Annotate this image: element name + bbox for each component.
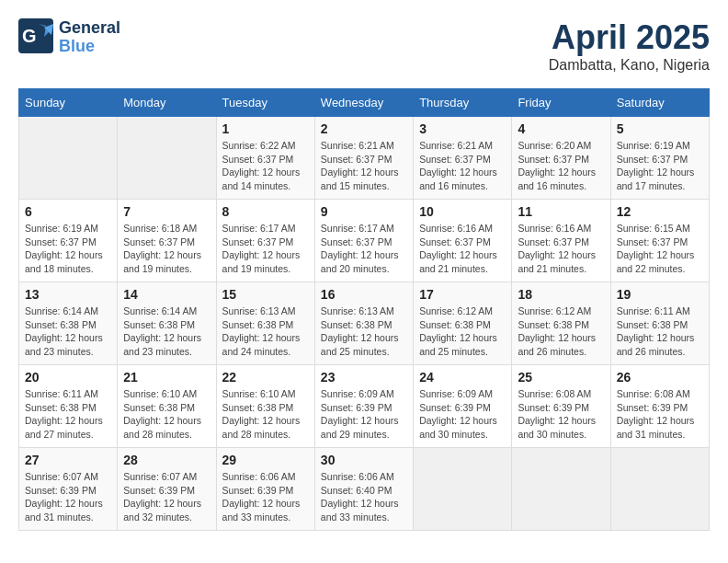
- day-number: 26: [617, 370, 703, 385]
- day-number: 2: [321, 121, 407, 136]
- day-info: Sunrise: 6:10 AMSunset: 6:38 PMDaylight:…: [222, 387, 309, 442]
- day-number: 21: [123, 370, 210, 385]
- calendar-cell: 2Sunrise: 6:21 AMSunset: 6:37 PMDaylight…: [314, 117, 413, 200]
- day-info: Sunrise: 6:06 AMSunset: 6:39 PMDaylight:…: [222, 470, 309, 524]
- day-info: Sunrise: 6:11 AMSunset: 6:38 PMDaylight:…: [25, 387, 111, 442]
- day-info: Sunrise: 6:13 AMSunset: 6:38 PMDaylight:…: [222, 304, 309, 359]
- day-info: Sunrise: 6:21 AMSunset: 6:37 PMDaylight:…: [321, 139, 407, 193]
- day-info: Sunrise: 6:11 AMSunset: 6:38 PMDaylight:…: [617, 304, 703, 359]
- month-year-title: April 2025: [549, 18, 710, 57]
- day-number: 17: [419, 287, 506, 302]
- calendar-cell: [512, 448, 610, 531]
- calendar-week-row: 27Sunrise: 6:07 AMSunset: 6:39 PMDayligh…: [19, 448, 710, 531]
- location-label: Dambatta, Kano, Nigeria: [549, 57, 710, 74]
- logo-line1: General: [59, 19, 120, 38]
- day-info: Sunrise: 6:06 AMSunset: 6:40 PMDaylight:…: [321, 470, 407, 524]
- calendar-cell: [19, 117, 118, 200]
- day-info: Sunrise: 6:15 AMSunset: 6:37 PMDaylight:…: [617, 222, 703, 276]
- logo-line2: Blue: [59, 38, 120, 56]
- calendar-cell: 18Sunrise: 6:12 AMSunset: 6:38 PMDayligh…: [512, 282, 610, 365]
- day-number: 29: [222, 453, 309, 467]
- day-number: 14: [123, 287, 210, 302]
- day-number: 30: [321, 453, 407, 467]
- calendar-cell: [414, 448, 512, 531]
- day-info: Sunrise: 6:08 AMSunset: 6:39 PMDaylight:…: [617, 387, 703, 442]
- day-info: Sunrise: 6:22 AMSunset: 6:37 PMDaylight:…: [222, 139, 309, 193]
- weekday-header-saturday: Saturday: [610, 89, 709, 117]
- day-number: 4: [518, 121, 604, 136]
- calendar-cell: [118, 117, 216, 200]
- calendar-cell: 7Sunrise: 6:18 AMSunset: 6:37 PMDaylight…: [118, 200, 216, 282]
- weekday-header-row: SundayMondayTuesdayWednesdayThursdayFrid…: [19, 89, 710, 117]
- day-info: Sunrise: 6:09 AMSunset: 6:39 PMDaylight:…: [321, 387, 407, 442]
- day-info: Sunrise: 6:10 AMSunset: 6:38 PMDaylight:…: [123, 387, 210, 442]
- calendar-cell: 12Sunrise: 6:15 AMSunset: 6:37 PMDayligh…: [610, 200, 709, 282]
- logo: G General Blue: [18, 18, 120, 57]
- calendar-cell: 23Sunrise: 6:09 AMSunset: 6:39 PMDayligh…: [314, 365, 413, 448]
- day-info: Sunrise: 6:07 AMSunset: 6:39 PMDaylight:…: [123, 470, 210, 524]
- day-info: Sunrise: 6:18 AMSunset: 6:37 PMDaylight:…: [123, 222, 210, 276]
- calendar-cell: 13Sunrise: 6:14 AMSunset: 6:38 PMDayligh…: [19, 282, 118, 365]
- day-number: 28: [123, 453, 210, 467]
- day-number: 23: [321, 370, 407, 385]
- day-info: Sunrise: 6:16 AMSunset: 6:37 PMDaylight:…: [518, 222, 604, 276]
- calendar-cell: 22Sunrise: 6:10 AMSunset: 6:38 PMDayligh…: [216, 365, 314, 448]
- day-info: Sunrise: 6:16 AMSunset: 6:37 PMDaylight:…: [419, 222, 506, 276]
- calendar-table: SundayMondayTuesdayWednesdayThursdayFrid…: [18, 88, 710, 531]
- day-number: 16: [321, 287, 407, 302]
- day-number: 3: [419, 121, 506, 136]
- weekday-header-wednesday: Wednesday: [314, 89, 413, 117]
- day-number: 10: [419, 204, 506, 219]
- calendar-cell: 17Sunrise: 6:12 AMSunset: 6:38 PMDayligh…: [414, 282, 512, 365]
- calendar-cell: 16Sunrise: 6:13 AMSunset: 6:38 PMDayligh…: [314, 282, 413, 365]
- day-number: 8: [222, 204, 309, 219]
- calendar-cell: 20Sunrise: 6:11 AMSunset: 6:38 PMDayligh…: [19, 365, 118, 448]
- calendar-cell: 9Sunrise: 6:17 AMSunset: 6:37 PMDaylight…: [314, 200, 413, 282]
- day-number: 15: [222, 287, 309, 302]
- weekday-header-thursday: Thursday: [414, 89, 512, 117]
- calendar-cell: 30Sunrise: 6:06 AMSunset: 6:40 PMDayligh…: [314, 448, 413, 531]
- day-info: Sunrise: 6:13 AMSunset: 6:38 PMDaylight:…: [321, 304, 407, 359]
- calendar-cell: 5Sunrise: 6:19 AMSunset: 6:37 PMDaylight…: [610, 117, 709, 200]
- day-number: 27: [25, 453, 111, 467]
- calendar-cell: 15Sunrise: 6:13 AMSunset: 6:38 PMDayligh…: [216, 282, 314, 365]
- calendar-week-row: 1Sunrise: 6:22 AMSunset: 6:37 PMDaylight…: [19, 117, 710, 200]
- day-number: 22: [222, 370, 309, 385]
- day-info: Sunrise: 6:19 AMSunset: 6:37 PMDaylight:…: [617, 139, 703, 193]
- weekday-header-monday: Monday: [118, 89, 216, 117]
- calendar-cell: 4Sunrise: 6:20 AMSunset: 6:37 PMDaylight…: [512, 117, 610, 200]
- day-info: Sunrise: 6:14 AMSunset: 6:38 PMDaylight:…: [25, 304, 111, 359]
- day-info: Sunrise: 6:17 AMSunset: 6:37 PMDaylight:…: [222, 222, 309, 276]
- calendar-cell: 25Sunrise: 6:08 AMSunset: 6:39 PMDayligh…: [512, 365, 610, 448]
- calendar-cell: 24Sunrise: 6:09 AMSunset: 6:39 PMDayligh…: [414, 365, 512, 448]
- calendar-cell: [610, 448, 709, 531]
- day-number: 25: [518, 370, 604, 385]
- weekday-header-sunday: Sunday: [19, 89, 118, 117]
- day-number: 13: [25, 287, 111, 302]
- day-number: 1: [222, 121, 309, 136]
- calendar-week-row: 13Sunrise: 6:14 AMSunset: 6:38 PMDayligh…: [19, 282, 710, 365]
- calendar-cell: 19Sunrise: 6:11 AMSunset: 6:38 PMDayligh…: [610, 282, 709, 365]
- day-number: 24: [419, 370, 506, 385]
- day-info: Sunrise: 6:08 AMSunset: 6:39 PMDaylight:…: [518, 387, 604, 442]
- calendar-week-row: 20Sunrise: 6:11 AMSunset: 6:38 PMDayligh…: [19, 365, 710, 448]
- calendar-cell: 28Sunrise: 6:07 AMSunset: 6:39 PMDayligh…: [118, 448, 216, 531]
- day-number: 19: [617, 287, 703, 302]
- calendar-cell: 26Sunrise: 6:08 AMSunset: 6:39 PMDayligh…: [610, 365, 709, 448]
- day-number: 6: [25, 204, 111, 219]
- page-header: G General Blue April 2025 Dambatta, Kano…: [18, 18, 710, 74]
- day-info: Sunrise: 6:09 AMSunset: 6:39 PMDaylight:…: [419, 387, 506, 442]
- weekday-header-friday: Friday: [512, 89, 610, 117]
- day-info: Sunrise: 6:14 AMSunset: 6:38 PMDaylight:…: [123, 304, 210, 359]
- day-info: Sunrise: 6:12 AMSunset: 6:38 PMDaylight:…: [419, 304, 506, 359]
- day-number: 7: [123, 204, 210, 219]
- calendar-cell: 3Sunrise: 6:21 AMSunset: 6:37 PMDaylight…: [414, 117, 512, 200]
- calendar-cell: 21Sunrise: 6:10 AMSunset: 6:38 PMDayligh…: [118, 365, 216, 448]
- weekday-header-tuesday: Tuesday: [216, 89, 314, 117]
- day-number: 12: [617, 204, 703, 219]
- day-info: Sunrise: 6:19 AMSunset: 6:37 PMDaylight:…: [25, 222, 111, 276]
- day-info: Sunrise: 6:12 AMSunset: 6:38 PMDaylight:…: [518, 304, 604, 359]
- calendar-cell: 29Sunrise: 6:06 AMSunset: 6:39 PMDayligh…: [216, 448, 314, 531]
- calendar-cell: 10Sunrise: 6:16 AMSunset: 6:37 PMDayligh…: [414, 200, 512, 282]
- day-number: 18: [518, 287, 604, 302]
